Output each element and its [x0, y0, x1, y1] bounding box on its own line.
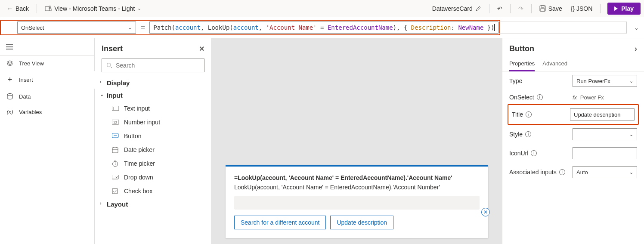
formula-input[interactable]: Patch(account, LookUp(account, 'Account … [149, 22, 498, 34]
prop-label-type: Type [509, 77, 522, 84]
top-toolbar: ← Back View - Microsoft Teams - Light ⌄ … [0, 0, 644, 17]
chevron-down-icon: ⌄ [128, 25, 132, 31]
card-subtext: LookUp(account, 'Account Name' = Entered… [234, 184, 480, 191]
type-dropdown[interactable]: Run PowerFx ⌄ [573, 75, 637, 87]
card-heading: =LookUp(account, 'Account Name' = Entere… [234, 174, 480, 181]
update-description-button[interactable]: Update description [330, 216, 393, 229]
formula-token: , [259, 24, 266, 31]
info-icon[interactable]: i [559, 169, 565, 175]
formula-token: Description [411, 24, 451, 31]
chevron-right-icon[interactable]: › [635, 44, 637, 53]
play-icon [614, 6, 618, 11]
rail-item-tree-view[interactable]: Tree View [0, 56, 94, 71]
properties-pane: Button › Properties Advanced Type Run Po… [502, 38, 644, 244]
redo-button: ↷ [515, 3, 527, 14]
formula-token: 'Account Name' [266, 24, 317, 31]
undo-button[interactable]: ↶ [494, 3, 506, 14]
insert-item-label: Check box [124, 188, 152, 195]
redo-icon: ↷ [518, 5, 523, 12]
prop-row-iconurl: IconUrli [502, 144, 644, 163]
rail-item-data[interactable]: Data [0, 89, 94, 104]
prop-label-style: Style [509, 131, 523, 138]
chevron-down-icon: ⌄ [137, 6, 141, 11]
toolbar-separator [489, 4, 489, 13]
info-icon[interactable]: i [531, 150, 537, 156]
info-icon[interactable]: i [525, 131, 531, 137]
close-icon[interactable]: ✕ [199, 45, 204, 53]
category-label: Display [107, 79, 130, 86]
design-canvas[interactable]: =LookUp(account, 'Account Name' = Entere… [212, 38, 502, 244]
props-tabs: Properties Advanced [502, 56, 644, 71]
formula-token: , LookUp( [201, 24, 233, 31]
card-name[interactable]: DataverseCard [429, 3, 485, 14]
insert-search[interactable] [102, 59, 204, 72]
prop-row-style: Stylei ⌄ [502, 125, 644, 144]
rail-item-insert[interactable]: + Insert [0, 71, 95, 89]
formula-token: }) [483, 24, 494, 31]
insert-time-picker[interactable]: Time picker [95, 157, 211, 170]
svg-rect-4 [541, 9, 545, 11]
formula-token: NewName [458, 24, 483, 31]
info-icon[interactable]: i [526, 111, 532, 117]
insert-date-picker[interactable]: Date picker [95, 143, 211, 157]
card-preview[interactable]: =LookUp(account, 'Account Name' = Entere… [226, 165, 488, 238]
chevron-down-icon: ⌄ [634, 25, 639, 31]
close-icon[interactable]: ✕ [481, 208, 490, 216]
prop-label-iconurl: IconUrl [509, 150, 528, 157]
insert-check-box[interactable]: Check box [95, 184, 211, 198]
save-button[interactable]: Save [536, 3, 566, 14]
search-input[interactable] [116, 62, 200, 69]
info-icon[interactable]: i [537, 94, 543, 100]
category-layout[interactable]: › Layout [95, 198, 211, 210]
tab-advanced[interactable]: Advanced [542, 56, 567, 71]
svg-rect-26 [112, 188, 118, 194]
insert-item-label: Text input [124, 105, 150, 112]
insert-button[interactable]: Button [95, 129, 211, 143]
insert-number-input[interactable]: 12 Number input [95, 115, 211, 129]
svg-rect-17 [112, 148, 118, 153]
insert-item-label: Drop down [124, 174, 153, 181]
formula-token: Patch [153, 24, 171, 31]
svg-rect-11 [112, 106, 119, 111]
rail-label: Insert [19, 77, 33, 83]
property-selector[interactable]: OnSelect ⌄ [17, 22, 136, 34]
fx-icon: fx [573, 94, 577, 101]
json-button[interactable]: {} JSON [567, 3, 596, 14]
caret [494, 24, 495, 31]
play-button[interactable]: Play [607, 3, 641, 15]
svg-text:12: 12 [113, 120, 117, 124]
back-label: Back [15, 5, 29, 12]
svg-rect-3 [541, 6, 544, 7]
back-button[interactable]: ← Back [3, 3, 32, 14]
chevron-down-icon: ⌄ [100, 92, 104, 97]
formula-token: : [451, 24, 458, 31]
card-input-field[interactable] [234, 196, 480, 210]
insert-item-label: Date picker [124, 146, 155, 153]
formula-expand-button[interactable]: ⌄ [631, 25, 641, 31]
tab-properties[interactable]: Properties [509, 56, 535, 71]
rail-label: Tree View [19, 60, 44, 67]
prop-value: Power Fx [580, 94, 604, 101]
svg-point-1 [49, 6, 51, 8]
rail-hamburger[interactable] [0, 38, 94, 56]
search-different-account-button[interactable]: Search for a different account [234, 216, 326, 229]
formula-highlight: OnSelect ⌄ = Patch(account, LookUp(accou… [0, 20, 500, 35]
property-name: OnSelect [21, 25, 44, 31]
rail-item-variables[interactable]: (x) Variables [0, 104, 94, 120]
insert-item-label: Number input [124, 119, 160, 126]
category-display[interactable]: › Display [95, 77, 211, 89]
formula-token: ( [171, 24, 175, 31]
prop-row-type: Type Run PowerFx ⌄ [502, 71, 644, 90]
title-input[interactable]: Update description [570, 108, 635, 120]
category-input[interactable]: ⌄ Input [95, 89, 211, 102]
associated-inputs-dropdown[interactable]: Auto ⌄ [573, 166, 637, 178]
checkbox-icon [112, 188, 119, 194]
iconurl-input[interactable] [573, 147, 637, 159]
style-dropdown[interactable]: ⌄ [573, 128, 637, 140]
category-label: Input [107, 92, 123, 99]
insert-text-input[interactable]: Text input [95, 102, 211, 115]
prop-label-title: Title [512, 111, 523, 118]
view-switcher[interactable]: View - Microsoft Teams - Light ⌄ [41, 3, 145, 14]
insert-drop-down[interactable]: Drop down [95, 170, 211, 184]
text-input-icon [112, 106, 119, 111]
